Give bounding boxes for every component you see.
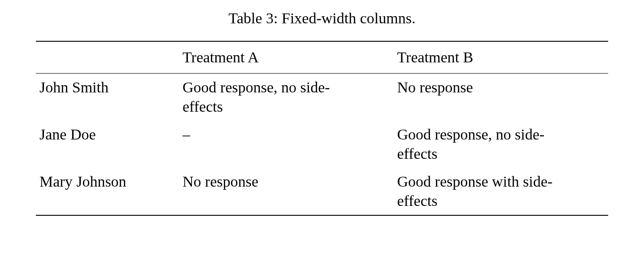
header-treatment-b: Treatment B <box>394 41 609 74</box>
table-container: Treatment A Treatment B John Smith Good … <box>36 41 608 216</box>
header-patient <box>36 41 179 74</box>
row-treatment-a: – <box>179 121 394 168</box>
table-row: Jane Doe – Good response, no side-effect… <box>36 121 608 168</box>
row-name: Mary Johnson <box>36 168 179 215</box>
row-name: John Smith <box>36 74 179 121</box>
document-page: Table 3: Fixed-width columns. Treatment … <box>0 0 644 216</box>
table-header-row: Treatment A Treatment B <box>36 41 608 74</box>
treatment-table: Treatment A Treatment B John Smith Good … <box>36 41 608 216</box>
row-treatment-b: Good response, no side-effects <box>394 121 609 168</box>
row-treatment-b: Good response with side-effects <box>394 168 609 215</box>
table-row: Mary Johnson No response Good response w… <box>36 168 608 215</box>
header-treatment-a: Treatment A <box>179 41 394 74</box>
table-caption: Table 3: Fixed-width columns. <box>18 9 626 28</box>
row-treatment-a: Good response, no side-effects <box>179 74 394 121</box>
row-name: Jane Doe <box>36 121 179 168</box>
row-treatment-a: No response <box>179 168 394 215</box>
row-treatment-b: No response <box>394 74 609 121</box>
table-row: John Smith Good response, no side-effect… <box>36 74 608 121</box>
